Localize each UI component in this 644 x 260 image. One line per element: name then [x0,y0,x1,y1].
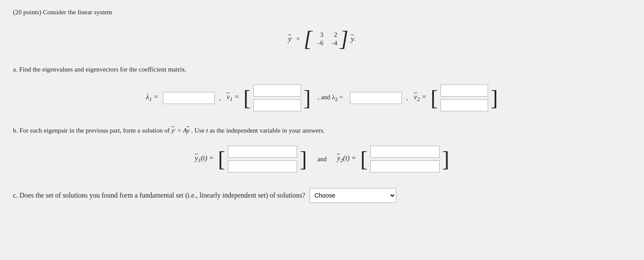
lambda2-input[interactable] [350,92,402,104]
part-b: b. For each eigenpair in the previous pa… [13,127,631,175]
part-a: a. Find the eigenvalues and eigenvectors… [13,66,631,114]
matrix-values: 3 2 -6 -4 [312,29,340,49]
problem-title: (20 points) Consider the linear system [13,9,631,16]
part-c-label: c. Does the set of solutions you found f… [13,192,305,199]
yvec-prime: y′ [288,35,292,43]
period: . [354,36,356,42]
y2-left-bracket: [ [360,150,368,169]
v2-left-bracket: [ [430,88,438,108]
y2-row2-input[interactable] [370,160,440,172]
m21: -6 [315,39,324,47]
v1-left-bracket: [ [243,88,251,108]
yvec-rhs: y [351,35,354,43]
v1-right-bracket: ] [304,88,311,108]
main-equation: y′ = [ 3 2 -6 -4 ] y . [13,29,631,49]
part-b-inputs-row: y1(t) = [ ] and y2(t) = [ [13,143,631,175]
lambda1-input[interactable] [163,92,215,104]
v2-row2-input[interactable] [440,99,488,111]
comma1: , [219,94,221,102]
y1-row2-input[interactable] [228,160,297,172]
y1-row1-input[interactable] [228,146,297,158]
v1-inputs-col [251,82,304,114]
part-c: c. Does the set of solutions you found f… [13,188,631,203]
v2-right-bracket: ] [491,88,498,108]
lambda1-label: λ1 = [146,93,158,103]
v2-label: v2 = [414,93,427,103]
matrix-bracket-container: [ 3 2 -6 -4 ] [304,29,348,49]
y1-right-bracket: ] [300,150,307,169]
v2-bracket: [ ] [430,82,498,114]
part-a-label: a. Find the eigenvalues and eigenvectors… [13,66,631,73]
m22: -4 [329,39,337,47]
y2-row1-input[interactable] [370,146,440,158]
y1t-label: y1(t) = [195,154,214,164]
part-b-label: b. For each eigenpair in the previous pa… [13,127,631,134]
v1-row1-input[interactable] [253,84,301,97]
problem-container: (20 points) Consider the linear system y… [13,9,631,203]
y2-bracket: [ ] [360,143,449,175]
v2-row1-input[interactable] [440,84,488,97]
y1-bracket: [ ] [218,143,307,175]
comma2: , [406,94,408,102]
y1-inputs-col [225,143,300,175]
v2-inputs-col [438,82,491,114]
and-label: , and λ2 = [317,94,343,103]
left-bracket: [ [304,29,312,49]
y1-left-bracket: [ [218,150,225,169]
m12: 2 [329,31,337,39]
v1-bracket: [ ] [243,82,311,114]
equals-sign: = [296,35,300,42]
right-bracket: ] [340,29,348,49]
y2-right-bracket: ] [442,150,450,169]
fundamental-set-select[interactable]: Choose Yes No [310,188,396,203]
v1-label: v1 = [227,93,239,103]
part-b-equation: y′ = Ay [172,127,191,134]
m11: 3 [315,31,324,39]
y2-inputs-col [368,143,442,175]
y2t-label: y2(t) = [337,154,356,164]
v1-row2-input[interactable] [253,99,301,111]
part-a-inputs-row: λ1 = , v1 = [ ] , and λ2 = , [13,82,631,114]
and-label-b: and [317,156,327,163]
part-c-row: c. Does the set of solutions you found f… [13,188,631,203]
